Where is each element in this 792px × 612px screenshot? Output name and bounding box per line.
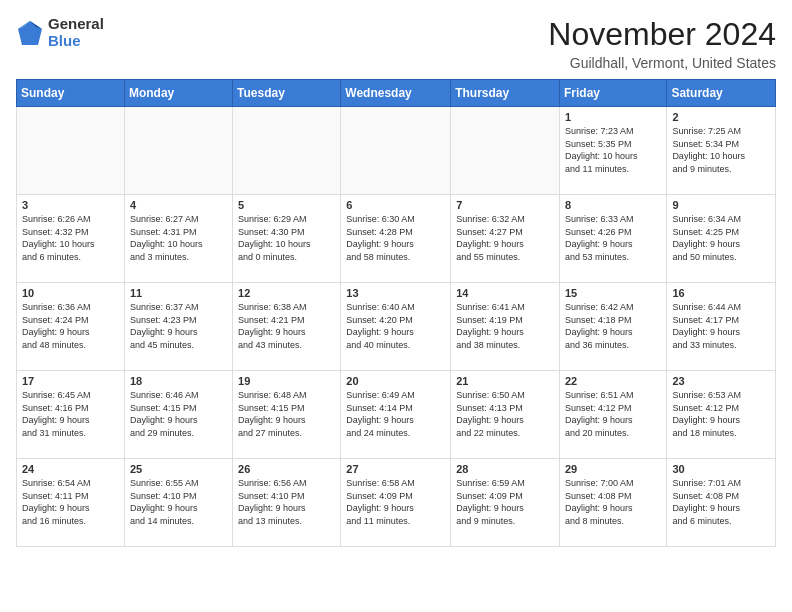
weekday-header-saturday: Saturday (667, 80, 776, 107)
day-info: Sunrise: 6:41 AM Sunset: 4:19 PM Dayligh… (456, 301, 554, 351)
calendar-cell: 17Sunrise: 6:45 AM Sunset: 4:16 PM Dayli… (17, 371, 125, 459)
day-number: 19 (238, 375, 335, 387)
day-number: 12 (238, 287, 335, 299)
calendar-week-row: 17Sunrise: 6:45 AM Sunset: 4:16 PM Dayli… (17, 371, 776, 459)
day-number: 29 (565, 463, 661, 475)
day-number: 17 (22, 375, 119, 387)
day-number: 18 (130, 375, 227, 387)
calendar-cell: 9Sunrise: 6:34 AM Sunset: 4:25 PM Daylig… (667, 195, 776, 283)
day-info: Sunrise: 6:56 AM Sunset: 4:10 PM Dayligh… (238, 477, 335, 527)
calendar-cell (451, 107, 560, 195)
calendar-cell: 12Sunrise: 6:38 AM Sunset: 4:21 PM Dayli… (233, 283, 341, 371)
page-header: General Blue November 2024 Guildhall, Ve… (16, 16, 776, 71)
day-number: 2 (672, 111, 770, 123)
calendar-cell (233, 107, 341, 195)
logo-blue: Blue (48, 33, 104, 50)
day-number: 9 (672, 199, 770, 211)
day-info: Sunrise: 6:46 AM Sunset: 4:15 PM Dayligh… (130, 389, 227, 439)
calendar-cell: 25Sunrise: 6:55 AM Sunset: 4:10 PM Dayli… (124, 459, 232, 547)
day-info: Sunrise: 6:49 AM Sunset: 4:14 PM Dayligh… (346, 389, 445, 439)
day-info: Sunrise: 6:45 AM Sunset: 4:16 PM Dayligh… (22, 389, 119, 439)
calendar-cell: 18Sunrise: 6:46 AM Sunset: 4:15 PM Dayli… (124, 371, 232, 459)
day-info: Sunrise: 6:44 AM Sunset: 4:17 PM Dayligh… (672, 301, 770, 351)
day-info: Sunrise: 6:59 AM Sunset: 4:09 PM Dayligh… (456, 477, 554, 527)
calendar-cell: 8Sunrise: 6:33 AM Sunset: 4:26 PM Daylig… (559, 195, 666, 283)
day-info: Sunrise: 6:51 AM Sunset: 4:12 PM Dayligh… (565, 389, 661, 439)
calendar-cell: 24Sunrise: 6:54 AM Sunset: 4:11 PM Dayli… (17, 459, 125, 547)
calendar-cell: 7Sunrise: 6:32 AM Sunset: 4:27 PM Daylig… (451, 195, 560, 283)
weekday-header-wednesday: Wednesday (341, 80, 451, 107)
calendar-cell: 15Sunrise: 6:42 AM Sunset: 4:18 PM Dayli… (559, 283, 666, 371)
day-number: 30 (672, 463, 770, 475)
calendar-cell (341, 107, 451, 195)
calendar-cell: 28Sunrise: 6:59 AM Sunset: 4:09 PM Dayli… (451, 459, 560, 547)
weekday-header-sunday: Sunday (17, 80, 125, 107)
calendar-cell: 26Sunrise: 6:56 AM Sunset: 4:10 PM Dayli… (233, 459, 341, 547)
day-number: 14 (456, 287, 554, 299)
calendar-cell: 29Sunrise: 7:00 AM Sunset: 4:08 PM Dayli… (559, 459, 666, 547)
weekday-header-thursday: Thursday (451, 80, 560, 107)
day-number: 16 (672, 287, 770, 299)
calendar-week-row: 24Sunrise: 6:54 AM Sunset: 4:11 PM Dayli… (17, 459, 776, 547)
day-number: 24 (22, 463, 119, 475)
calendar-week-row: 1Sunrise: 7:23 AM Sunset: 5:35 PM Daylig… (17, 107, 776, 195)
day-number: 23 (672, 375, 770, 387)
day-number: 7 (456, 199, 554, 211)
calendar-cell: 23Sunrise: 6:53 AM Sunset: 4:12 PM Dayli… (667, 371, 776, 459)
day-info: Sunrise: 6:26 AM Sunset: 4:32 PM Dayligh… (22, 213, 119, 263)
calendar-cell: 22Sunrise: 6:51 AM Sunset: 4:12 PM Dayli… (559, 371, 666, 459)
month-title: November 2024 (548, 16, 776, 53)
calendar-cell: 4Sunrise: 6:27 AM Sunset: 4:31 PM Daylig… (124, 195, 232, 283)
day-info: Sunrise: 6:33 AM Sunset: 4:26 PM Dayligh… (565, 213, 661, 263)
calendar-week-row: 10Sunrise: 6:36 AM Sunset: 4:24 PM Dayli… (17, 283, 776, 371)
day-info: Sunrise: 6:54 AM Sunset: 4:11 PM Dayligh… (22, 477, 119, 527)
calendar-cell: 19Sunrise: 6:48 AM Sunset: 4:15 PM Dayli… (233, 371, 341, 459)
day-info: Sunrise: 7:00 AM Sunset: 4:08 PM Dayligh… (565, 477, 661, 527)
calendar-cell: 2Sunrise: 7:25 AM Sunset: 5:34 PM Daylig… (667, 107, 776, 195)
calendar-cell: 5Sunrise: 6:29 AM Sunset: 4:30 PM Daylig… (233, 195, 341, 283)
calendar-cell (17, 107, 125, 195)
day-number: 5 (238, 199, 335, 211)
day-number: 13 (346, 287, 445, 299)
day-number: 11 (130, 287, 227, 299)
day-number: 6 (346, 199, 445, 211)
day-number: 22 (565, 375, 661, 387)
calendar-table: SundayMondayTuesdayWednesdayThursdayFrid… (16, 79, 776, 547)
calendar-cell: 20Sunrise: 6:49 AM Sunset: 4:14 PM Dayli… (341, 371, 451, 459)
day-info: Sunrise: 6:58 AM Sunset: 4:09 PM Dayligh… (346, 477, 445, 527)
location: Guildhall, Vermont, United States (548, 55, 776, 71)
day-info: Sunrise: 6:48 AM Sunset: 4:15 PM Dayligh… (238, 389, 335, 439)
day-number: 27 (346, 463, 445, 475)
weekday-header-friday: Friday (559, 80, 666, 107)
day-info: Sunrise: 6:53 AM Sunset: 4:12 PM Dayligh… (672, 389, 770, 439)
svg-marker-0 (18, 21, 42, 45)
title-area: November 2024 Guildhall, Vermont, United… (548, 16, 776, 71)
day-info: Sunrise: 6:32 AM Sunset: 4:27 PM Dayligh… (456, 213, 554, 263)
day-number: 8 (565, 199, 661, 211)
day-number: 20 (346, 375, 445, 387)
logo-general: General (48, 16, 104, 33)
day-number: 28 (456, 463, 554, 475)
day-number: 3 (22, 199, 119, 211)
day-info: Sunrise: 6:29 AM Sunset: 4:30 PM Dayligh… (238, 213, 335, 263)
calendar-cell: 14Sunrise: 6:41 AM Sunset: 4:19 PM Dayli… (451, 283, 560, 371)
calendar-cell: 11Sunrise: 6:37 AM Sunset: 4:23 PM Dayli… (124, 283, 232, 371)
calendar-cell: 13Sunrise: 6:40 AM Sunset: 4:20 PM Dayli… (341, 283, 451, 371)
day-info: Sunrise: 6:42 AM Sunset: 4:18 PM Dayligh… (565, 301, 661, 351)
day-info: Sunrise: 7:01 AM Sunset: 4:08 PM Dayligh… (672, 477, 770, 527)
calendar-cell: 21Sunrise: 6:50 AM Sunset: 4:13 PM Dayli… (451, 371, 560, 459)
day-info: Sunrise: 6:38 AM Sunset: 4:21 PM Dayligh… (238, 301, 335, 351)
calendar-cell: 16Sunrise: 6:44 AM Sunset: 4:17 PM Dayli… (667, 283, 776, 371)
day-number: 25 (130, 463, 227, 475)
day-info: Sunrise: 6:36 AM Sunset: 4:24 PM Dayligh… (22, 301, 119, 351)
calendar-cell: 3Sunrise: 6:26 AM Sunset: 4:32 PM Daylig… (17, 195, 125, 283)
day-info: Sunrise: 6:37 AM Sunset: 4:23 PM Dayligh… (130, 301, 227, 351)
day-number: 1 (565, 111, 661, 123)
calendar-cell (124, 107, 232, 195)
day-number: 21 (456, 375, 554, 387)
day-number: 15 (565, 287, 661, 299)
calendar-cell: 6Sunrise: 6:30 AM Sunset: 4:28 PM Daylig… (341, 195, 451, 283)
calendar-cell: 27Sunrise: 6:58 AM Sunset: 4:09 PM Dayli… (341, 459, 451, 547)
calendar-cell: 30Sunrise: 7:01 AM Sunset: 4:08 PM Dayli… (667, 459, 776, 547)
calendar-cell: 10Sunrise: 6:36 AM Sunset: 4:24 PM Dayli… (17, 283, 125, 371)
